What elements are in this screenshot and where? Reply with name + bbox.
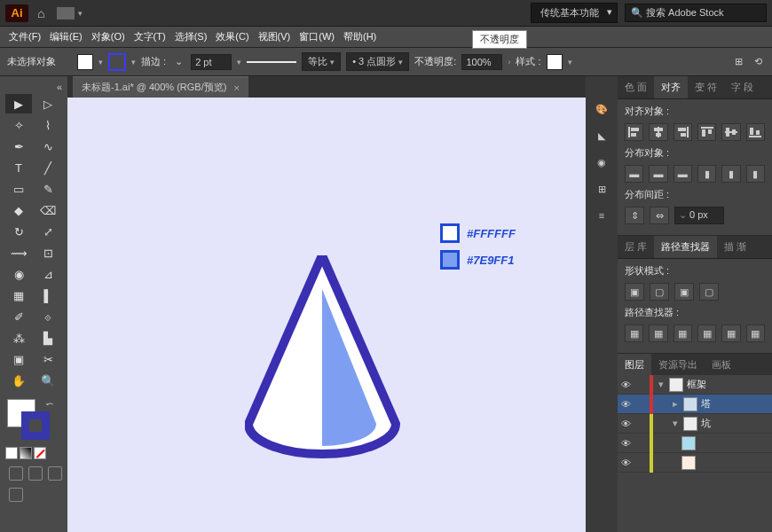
merge-button[interactable]: ▦ — [674, 325, 692, 342]
appearance-panel-icon[interactable]: ◣ — [592, 126, 611, 145]
intersect-button[interactable]: ▣ — [674, 283, 694, 301]
layer-row[interactable]: 👁 — [618, 434, 772, 453]
collapse-icon[interactable]: « — [57, 82, 62, 92]
menu-view[interactable]: 视图(V) — [258, 30, 291, 43]
dist-top-button[interactable]: ▬ — [625, 165, 643, 183]
curvature-tool[interactable]: ∿ — [35, 137, 61, 156]
pen-tool[interactable]: ✒ — [5, 137, 32, 156]
cone-artwork[interactable] — [245, 255, 400, 468]
exclude-button[interactable]: ▢ — [699, 283, 719, 301]
menu-window[interactable]: 窗口(W) — [299, 30, 335, 43]
minus-back-button[interactable]: ▦ — [746, 325, 765, 342]
lasso-tool[interactable]: ⌇ — [35, 115, 61, 135]
outline-button[interactable]: ▦ — [721, 325, 740, 342]
mesh-tool[interactable]: ▦ — [5, 286, 32, 305]
divide-button[interactable]: ▦ — [625, 325, 643, 342]
menu-file[interactable]: 文件(F) — [9, 30, 41, 43]
zoom-tool[interactable]: 🔍 — [35, 371, 61, 390]
style-swatch[interactable] — [547, 54, 563, 70]
direct-selection-tool[interactable]: ▷ — [35, 94, 61, 113]
dist-left-button[interactable]: ▮ — [697, 165, 716, 183]
visibility-icon[interactable]: 👁 — [621, 438, 634, 449]
tab-character[interactable]: 字 段 — [724, 76, 760, 98]
dist-hspace-button[interactable]: ⇔ — [650, 207, 669, 224]
screen-mode-icon[interactable] — [9, 488, 23, 502]
visibility-icon[interactable]: 👁 — [621, 379, 634, 390]
fill-swatch[interactable] — [77, 54, 93, 70]
stroke-swatch[interactable] — [108, 53, 126, 71]
menu-type[interactable]: 文字(T) — [134, 30, 166, 43]
tab-pathfinder[interactable]: 路径查找器 — [654, 236, 717, 258]
shape-builder-tool[interactable]: ◉ — [5, 264, 32, 284]
brush-tool[interactable]: ✎ — [35, 179, 61, 199]
align-bottom-button[interactable] — [746, 123, 765, 141]
document-tab[interactable]: 未标题-1.ai* @ 400% (RGB/预览) × — [73, 76, 248, 98]
draw-behind-icon[interactable] — [28, 466, 43, 481]
brushes-panel-icon[interactable]: ◉ — [592, 153, 611, 172]
symbol-sprayer-tool[interactable]: ⁂ — [5, 328, 32, 348]
eyedropper-tool[interactable]: ✐ — [5, 307, 32, 326]
draw-inside-icon[interactable] — [48, 466, 62, 481]
menu-help[interactable]: 帮助(H) — [343, 30, 376, 43]
brush-dropdown[interactable]: • 3 点圆形 ▾ — [346, 52, 409, 71]
color-panel-icon[interactable]: 🎨 — [592, 99, 611, 119]
opacity-input[interactable]: 100% — [461, 54, 502, 70]
color-mode-icon[interactable] — [5, 447, 18, 459]
stroke-profile[interactable] — [247, 57, 296, 67]
menu-object[interactable]: 对象(O) — [91, 30, 125, 43]
align-top-button[interactable] — [697, 123, 716, 141]
shaper-tool[interactable]: ◆ — [5, 200, 32, 220]
width-tool[interactable]: ⟿ — [5, 243, 32, 262]
selection-tool[interactable]: ▶ — [5, 94, 32, 113]
scale-tool[interactable]: ⤢ — [35, 222, 61, 241]
gradient-mode-icon[interactable] — [20, 447, 32, 459]
dist-vcenter-button[interactable]: ▬ — [649, 165, 667, 183]
spacing-input[interactable]: ⌄ 0 px — [674, 207, 724, 224]
tab-transform[interactable]: 变 符 — [688, 76, 724, 98]
dist-right-button[interactable]: ▮ — [746, 165, 765, 183]
hand-tool[interactable]: ✋ — [5, 371, 32, 390]
tab-layers[interactable]: 图层 — [618, 354, 651, 375]
blend-tool[interactable]: ⟐ — [35, 307, 61, 326]
menu-edit[interactable]: 编辑(E) — [50, 30, 83, 43]
home-icon[interactable]: ⌂ — [37, 6, 44, 20]
menu-select[interactable]: 选择(S) — [175, 30, 208, 43]
free-transform-tool[interactable]: ⊡ — [35, 243, 61, 262]
stroke-weight-input[interactable]: 2 pt — [191, 54, 232, 70]
slice-tool[interactable]: ✂ — [35, 349, 61, 369]
align-hcenter-button[interactable] — [649, 123, 667, 141]
dist-bottom-button[interactable]: ▬ — [674, 165, 692, 183]
layer-row[interactable]: 👁▸塔 — [618, 395, 772, 414]
doc-setup-icon[interactable]: ⊞ — [731, 55, 745, 69]
eraser-tool[interactable]: ⌫ — [35, 200, 61, 220]
menu-effect[interactable]: 效果(C) — [216, 30, 248, 43]
trim-button[interactable]: ▦ — [649, 325, 667, 342]
close-tab-icon[interactable]: × — [233, 82, 239, 93]
visibility-icon[interactable]: 👁 — [621, 458, 634, 468]
tab-asset-export[interactable]: 资源导出 — [651, 354, 705, 375]
fill-stroke-box[interactable]: ⤺ — [5, 399, 62, 442]
symbols-panel-icon[interactable]: ⊞ — [592, 179, 611, 199]
none-mode-icon[interactable] — [34, 447, 46, 459]
arrange-icon[interactable] — [57, 7, 75, 20]
crop-button[interactable]: ▦ — [697, 325, 716, 342]
tab-gradient[interactable]: 描 渐 — [717, 236, 753, 258]
line-tool[interactable]: ╱ — [35, 158, 61, 177]
align-left-button[interactable] — [625, 123, 643, 141]
dist-hcenter-button[interactable]: ▮ — [721, 165, 740, 183]
dist-vspace-button[interactable]: ⇕ — [625, 207, 644, 224]
perspective-tool[interactable]: ⊿ — [35, 264, 61, 284]
gradient-tool[interactable]: ▌ — [35, 286, 61, 305]
chevron-down-icon[interactable]: ▾ — [78, 9, 83, 18]
visibility-icon[interactable]: 👁 — [621, 399, 634, 410]
tab-align[interactable]: 对齐 — [654, 76, 688, 98]
prefs-icon[interactable]: ⟲ — [751, 55, 765, 69]
swap-fill-stroke-icon[interactable]: ⤺ — [46, 399, 53, 409]
tab-artboards[interactable]: 画板 — [705, 354, 738, 375]
stepper-down-icon[interactable]: ⌄ — [171, 55, 185, 69]
minus-front-button[interactable]: ▢ — [650, 283, 669, 301]
canvas[interactable]: #FFFFFF #7E9FF1 — [67, 98, 586, 532]
artboard-tool[interactable]: ▣ — [5, 349, 32, 369]
draw-normal-icon[interactable] — [9, 466, 23, 481]
visibility-icon[interactable]: 👁 — [621, 419, 634, 429]
